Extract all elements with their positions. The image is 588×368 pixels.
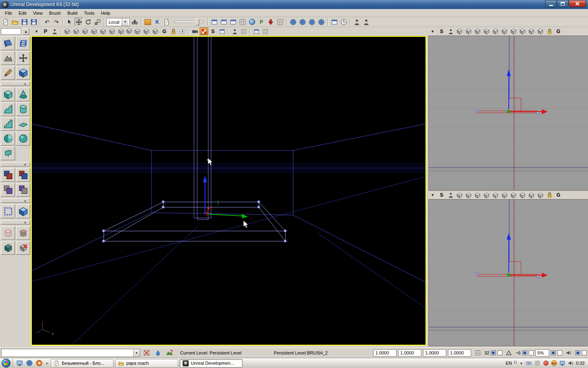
sound-checkbox[interactable] [575,350,580,355]
viewport-options-dropdown[interactable]: ▼ [428,191,437,199]
wireframe-mode-button[interactable] [200,27,208,35]
game-view-toggle[interactable]: G [554,27,563,35]
new-file-button[interactable] [1,18,10,27]
brush-sphere-button[interactable] [16,132,30,146]
angle-snap-button[interactable] [504,349,514,357]
actor-browser-button[interactable] [219,18,228,27]
ortho-viewport-canvas[interactable] [429,36,588,190]
section-separator[interactable]: ▲ [1,162,30,166]
volume-icon[interactable] [568,360,574,366]
build-all-button[interactable] [317,18,326,27]
mode-brush-clip-button[interactable] [1,66,15,80]
chevron-down-icon[interactable]: ▼ [122,18,128,26]
close-button[interactable] [569,0,586,7]
game-view-toggle[interactable]: G [554,191,563,199]
drawscale-z-field[interactable]: 1.0000 [423,349,446,357]
show-flag-button[interactable] [455,191,464,199]
menu-view[interactable]: View [30,10,46,16]
lit-mode-button[interactable] [218,27,226,35]
vertex-handles[interactable] [102,201,286,242]
quicklaunch-overflow[interactable]: » [45,361,49,366]
show-flag-button[interactable] [133,27,142,35]
gizmo-origin[interactable] [207,207,209,209]
chevron-down-icon[interactable]: ▼ [133,349,140,357]
rotate-tool-button[interactable] [84,18,93,27]
show-flag-button[interactable] [527,27,536,35]
start-button[interactable] [2,359,11,368]
show-flag-button[interactable] [527,191,536,199]
marquee-select-button[interactable] [1,204,15,218]
unreal-frontend-button[interactable] [238,18,247,27]
matinee-button[interactable] [162,18,171,27]
lock-viewport-button[interactable] [545,27,554,35]
show-flag-button[interactable] [99,27,107,35]
mode-texture-align-button[interactable] [16,51,30,65]
angle-snap-checkbox-2[interactable] [529,350,534,355]
build-geometry-button[interactable] [289,18,298,27]
show-flag-button[interactable] [500,191,509,199]
toolbox-combo[interactable] [1,28,21,35]
grid-snap-checkbox[interactable] [491,350,496,355]
show-flag-button[interactable] [108,27,116,35]
perspective-viewport[interactable]: Y [31,36,426,346]
select-tool-button[interactable] [65,18,74,27]
show-flag-button[interactable] [63,27,71,35]
brush-cone-button[interactable] [16,88,30,101]
keyboard-layout-icon[interactable] [526,360,532,366]
save-button[interactable] [20,18,29,27]
add-volume-button[interactable] [1,226,15,240]
perspective-viewport-canvas[interactable]: Y [32,37,425,345]
terrain-move-button[interactable] [165,349,174,357]
unlit-mode-button[interactable]: S [209,27,217,35]
csg-deintersect-button[interactable] [16,183,30,197]
mode-geometry-button[interactable] [16,36,30,50]
section-separator[interactable]: ▲ [1,198,30,203]
taskbar-button-udk[interactable]: Unreal Developmen... [180,359,243,368]
show-flag-button[interactable] [90,27,98,35]
show-flag-button[interactable] [455,27,464,35]
quicklaunch-handle[interactable] [12,359,14,367]
show-flag-button[interactable] [81,27,89,35]
scale-tool-button[interactable] [93,18,102,27]
section-separator[interactable]: ▲ [1,220,30,224]
show-flag-button[interactable] [518,27,527,35]
scene-manager-button[interactable] [229,18,238,27]
mode-camera-button[interactable] [1,36,15,50]
show-hidden-button[interactable] [178,27,187,35]
show-flag-button[interactable] [473,191,482,199]
viewport-options-dropdown[interactable]: ▼ [428,27,437,35]
play-in-editor-button[interactable]: P [257,18,266,27]
media-player-button[interactable] [35,359,43,367]
csg-intersect-button[interactable] [1,183,15,197]
search-button[interactable] [130,18,139,27]
autosave-checkbox[interactable] [551,350,556,355]
gizmo-z-arrowhead[interactable] [203,176,207,182]
csg-add-button[interactable] [1,168,15,182]
menu-file[interactable]: File [2,10,16,16]
autosave-field[interactable]: 5% [535,349,549,357]
show-flag-button[interactable] [509,27,518,35]
game-view-toggle[interactable]: G [160,27,169,35]
show-flag-button[interactable] [151,27,160,35]
ortho-viewport-canvas[interactable] [429,200,588,346]
editor-window-button[interactable] [330,18,339,27]
maximize-viewport-button[interactable] [252,27,261,35]
drawscale-x-field[interactable]: 1.0000 [373,349,396,357]
publish-button[interactable] [266,18,275,27]
gizmo-y-axis[interactable] [209,214,243,216]
snap-tool-button[interactable] [142,349,151,357]
brush-curved-stairs-button[interactable] [1,102,15,116]
show-flag-button[interactable] [518,191,527,199]
paint-tool-button[interactable] [153,349,163,357]
add-actor-button[interactable] [352,18,361,27]
show-flag-button[interactable] [491,27,500,35]
translate-tool-button[interactable] [74,18,83,27]
brush-cube-button[interactable] [1,88,15,101]
grid-toggle-button[interactable] [239,27,248,35]
punto-language-badge[interactable]: En [551,360,557,366]
lock-viewport-button[interactable] [545,191,554,199]
show-flag-button[interactable] [482,27,491,35]
fullscreen-button[interactable] [143,18,152,27]
undo-button[interactable]: ↶ [42,18,51,27]
minimize-button[interactable] [545,0,557,7]
